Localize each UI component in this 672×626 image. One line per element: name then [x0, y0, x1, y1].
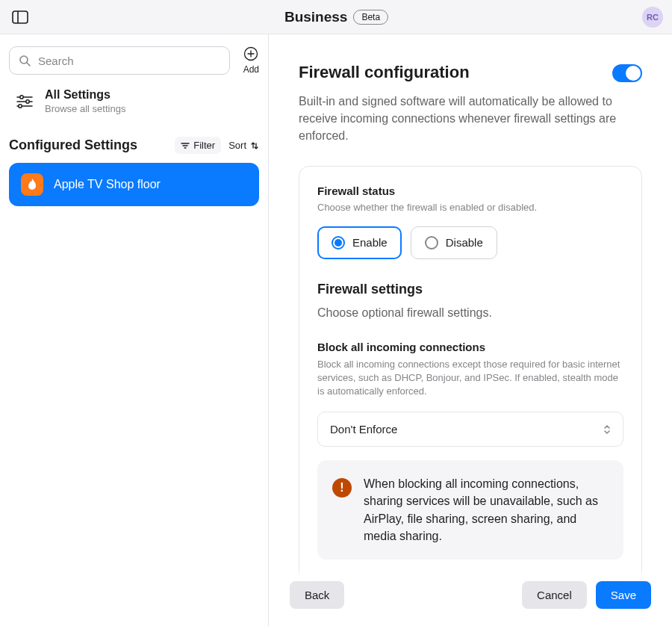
firewall-settings-title: Firewall settings	[317, 282, 623, 297]
all-settings-title: All Settings	[45, 88, 125, 102]
block-incoming-desc: Block all incoming connections except th…	[317, 358, 623, 399]
sliders-icon	[16, 93, 34, 110]
filter-icon	[181, 142, 190, 149]
warning-text: When blocking all incoming connections, …	[364, 475, 609, 545]
svg-point-12	[19, 104, 22, 107]
warning-box: ! When blocking all incoming connections…	[317, 460, 623, 560]
radio-enable[interactable]: Enable	[317, 226, 402, 259]
search-input[interactable]	[38, 55, 220, 67]
toggle-sidebar-button[interactable]	[9, 6, 31, 28]
search-icon	[19, 55, 31, 66]
all-settings-subtitle: Browse all settings	[45, 103, 125, 114]
all-settings-row[interactable]: All Settings Browse all settings	[9, 75, 259, 129]
radio-selected-icon	[332, 236, 345, 250]
sidebar: Add All Settings Browse all settings	[0, 34, 269, 626]
plus-circle-icon	[243, 46, 258, 61]
svg-rect-0	[13, 11, 28, 23]
warning-icon: !	[332, 478, 352, 498]
footer-bar: Back Cancel Save	[269, 568, 672, 626]
back-button[interactable]: Back	[290, 581, 344, 609]
radio-enable-label: Enable	[352, 236, 388, 249]
svg-point-11	[26, 99, 29, 102]
radio-disable-label: Disable	[446, 236, 483, 249]
cancel-button[interactable]: Cancel	[522, 581, 587, 609]
svg-line-3	[27, 63, 30, 66]
brand: Business Beta	[284, 9, 388, 25]
configured-settings-title: Configured Settings	[9, 137, 137, 153]
add-button[interactable]: Add	[243, 46, 259, 75]
search-input-wrapper[interactable]	[9, 46, 230, 75]
main-panel: Firewall configuration Built-in and sign…	[269, 34, 672, 626]
avatar[interactable]: RC	[642, 7, 663, 28]
page-title: Firewall configuration	[299, 63, 470, 82]
firewall-status-desc: Choose whether the firewall is enabled o…	[317, 202, 623, 213]
sort-arrows-icon	[250, 141, 259, 150]
radio-disable[interactable]: Disable	[411, 226, 497, 259]
firewall-toggle[interactable]	[612, 64, 642, 82]
beta-badge: Beta	[353, 10, 388, 25]
brand-name: Business	[284, 9, 347, 25]
add-label: Add	[243, 64, 259, 75]
block-incoming-select[interactable]: Don't Enforce	[317, 412, 623, 447]
filter-label: Filter	[193, 140, 215, 151]
svg-point-10	[20, 95, 23, 98]
firewall-card: Firewall status Choose whether the firew…	[299, 166, 642, 626]
firewall-settings-desc: Choose optional firewall settings.	[317, 306, 623, 320]
sort-button[interactable]: Sort	[228, 140, 259, 151]
chevron-up-down-icon	[603, 424, 611, 435]
save-button[interactable]: Save	[596, 581, 651, 609]
filter-button[interactable]: Filter	[175, 137, 221, 154]
sort-label: Sort	[228, 140, 246, 151]
top-bar: Business Beta RC	[0, 0, 672, 34]
config-item-label: Apple TV Shop floor	[54, 178, 161, 191]
firewall-app-icon	[21, 173, 43, 196]
config-item-apple-tv-shop-floor[interactable]: Apple TV Shop floor	[9, 163, 259, 206]
firewall-status-title: Firewall status	[317, 185, 623, 197]
select-value: Don't Enforce	[330, 423, 397, 436]
sidebar-toggle-icon	[12, 10, 28, 24]
radio-unselected-icon	[425, 236, 438, 250]
flame-icon	[25, 178, 39, 191]
block-incoming-title: Block all incoming connections	[317, 341, 623, 353]
page-description: Built-in and signed software will automa…	[299, 93, 627, 145]
